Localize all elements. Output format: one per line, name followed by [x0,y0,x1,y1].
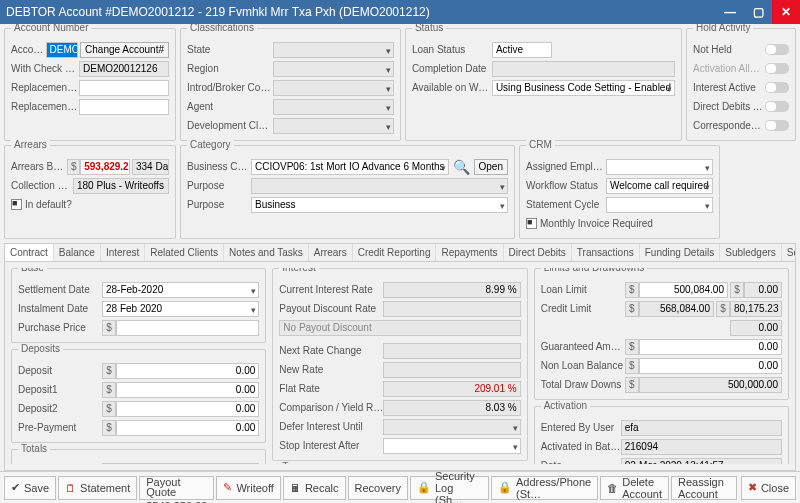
purpose-select[interactable] [251,178,508,194]
maximize-button[interactable]: ▢ [744,0,772,24]
bottom-toolbar: ✔Save 🗒Statement Payout Quote$548,258.23… [0,471,800,503]
statement-button[interactable]: 🗒Statement [58,476,137,500]
lock-icon: 🔒 [498,481,512,494]
tab-funding-details[interactable]: Funding Details [640,244,720,261]
deposit2-field[interactable]: 0.00 [116,401,259,417]
tab-balance[interactable]: Balance [54,244,101,261]
status-group: Status Loan StatusActive Completion Date… [405,28,682,141]
change-account-button[interactable]: Change Account# [80,42,169,58]
tab-security[interactable]: Security [782,244,795,261]
nonloan-balance-field[interactable]: 0.00 [639,358,782,374]
loan-limit-field[interactable]: 500,084.00 [639,282,728,298]
purpose2-select[interactable]: Business [251,197,508,213]
address-phone-button[interactable]: 🔒Address/Phone (St… [491,476,598,500]
interest-group: Interest Current Interest Rate8.99 % Pay… [272,268,527,461]
reassign-account-button[interactable]: Reassign Account [671,476,737,500]
minimize-button[interactable]: — [716,0,744,24]
activation-date-field: 02-Mar-2020 13:41:57 [621,458,782,465]
currency-icon: $ [67,159,80,175]
tab-repayments[interactable]: Repayments [436,244,503,261]
current-rate-field: 8.99 % [383,282,520,298]
not-held-toggle[interactable] [765,44,789,55]
region-select[interactable] [273,61,394,77]
interest-active-toggle[interactable] [765,82,789,93]
available-web-select[interactable]: Using Business Code Setting - Enabled [492,80,675,96]
base-group: Base Settlement Date28-Feb-2020 Instalme… [11,268,266,343]
monthly-invoice-checkbox[interactable] [526,218,537,229]
recalc-icon: 🖩 [290,482,301,494]
collection-status-field: 180 Plus - Writeoffs [73,178,169,194]
open-button[interactable]: Open [474,159,508,175]
in-default-checkbox[interactable] [11,199,22,210]
next-rate-change-field [383,343,520,359]
purchase-price-field[interactable] [116,320,259,336]
arrears-days-field: 334 Days [132,159,169,175]
tab-contract[interactable]: Contract [5,244,54,262]
activation-allowed-toggle[interactable] [765,63,789,74]
guaranteed-amount-field[interactable]: 0.00 [639,339,782,355]
close-button[interactable]: ✖Close [741,476,796,500]
payout-quote-button[interactable]: Payout Quote$548,258.23 [139,476,214,500]
credit-limit-extra-field: 80,175.23 [730,301,782,317]
recalc-button[interactable]: 🖩Recalc [283,476,346,500]
totals-group: Totals Total Financed$68,084.00 Total Ad… [11,449,266,464]
category-group: Category Business Code CCIOVP06: 1st Mor… [180,145,515,239]
tab-notes-and-tasks[interactable]: Notes and Tasks [224,244,309,261]
completion-date-field [492,61,675,77]
recovery-button[interactable]: Recovery [348,476,408,500]
titlebar: DEBTOR Account #DEMO2001212 - 219 Fvmhkl… [0,0,800,24]
credit-limit-field: 568,084.00 [639,301,714,317]
writeoff-icon: ✎ [223,481,232,494]
state-select[interactable] [273,42,394,58]
devclass-select[interactable] [273,118,394,134]
tab-credit-reporting[interactable]: Credit Reporting [353,244,437,261]
account-number-group: Account Number Account Number DEMO200121… [4,28,176,141]
trash-icon: 🗑 [607,482,618,494]
writeoff-button[interactable]: ✎Writeoff [216,476,281,500]
payout-discount-field [383,301,520,317]
save-button[interactable]: ✔Save [4,476,56,500]
lock-icon: 🔒 [417,481,431,494]
defer-interest-field[interactable] [383,419,520,435]
tab-related-clients[interactable]: Related Clients [145,244,224,261]
prepayment-field[interactable]: 0.00 [116,420,259,436]
stop-interest-field[interactable] [383,438,520,454]
deposit1-field[interactable]: 0.00 [116,382,259,398]
account-number-field[interactable]: DEMO2001212 [46,42,78,58]
business-code-select[interactable]: CCIOVP06: 1st Mort IO Advance 6 Months [251,159,449,175]
search-icon[interactable]: 🔍 [453,159,470,175]
content-tabs: ContractBalanceInterestRelated ClientsNo… [4,243,796,471]
classifications-group: Classifications State Region Introd/Brok… [180,28,401,141]
activated-batch-field: 216094 [621,439,782,455]
check-icon: ✔ [11,481,20,494]
statement-cycle-select[interactable] [606,197,713,213]
close-window-button[interactable]: ✕ [772,0,800,24]
delete-account-button[interactable]: 🗑Delete Account [600,476,669,500]
no-payout-discount-label: No Payout Discount [279,320,520,336]
tab-direct-debits[interactable]: Direct Debits [504,244,572,261]
security-log-button[interactable]: 🔒Security Log (Sh… [410,476,489,500]
tab-transactions[interactable]: Transactions [572,244,640,261]
replacement1-field[interactable] [79,80,169,96]
instalment-date-field[interactable]: 28 Feb 2020 [102,301,259,317]
settlement-date-field[interactable]: 28-Feb-2020 [102,282,259,298]
tab-subledgers[interactable]: Subledgers [720,244,782,261]
tab-interest[interactable]: Interest [101,244,145,261]
assigned-employee-select[interactable] [606,159,713,175]
deposit-field[interactable]: 0.00 [116,363,259,379]
workflow-status-select[interactable]: Welcome call required [606,178,713,194]
dd-active-toggle[interactable] [765,101,789,112]
activation-group: Activation Entered By Userefa Activated … [534,406,789,464]
introducer-select[interactable] [273,80,394,96]
replacement2-field[interactable] [79,99,169,115]
new-rate-field [383,362,520,378]
total-drawdowns-field: 500,000.00 [639,377,782,393]
loan-status-field[interactable]: Active [492,42,552,58]
hold-activity-group: Hold Activity Not Held Activation Allowe… [686,28,796,141]
correspondence-active-toggle[interactable] [765,120,789,131]
credit-limit-extra2-field: 0.00 [730,320,782,336]
limits-group: Limits and Drawdowns Loan Limit$500,084.… [534,268,789,400]
agent-select[interactable] [273,99,394,115]
entered-by-field: efa [621,420,782,436]
tab-arrears[interactable]: Arrears [309,244,353,261]
